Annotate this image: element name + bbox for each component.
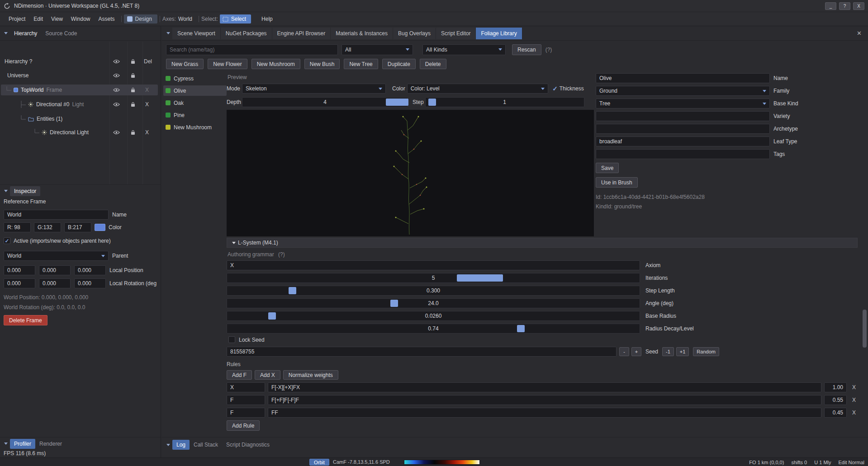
list-item-olive[interactable]: Olive: [163, 85, 227, 96]
menu-edit[interactable]: Edit: [29, 14, 47, 24]
list-item-pine[interactable]: Pine: [163, 110, 227, 120]
tab-materials-instances[interactable]: Materials & Instances: [331, 28, 393, 39]
rescan-button[interactable]: Rescan: [512, 44, 541, 55]
new-mushroom-button[interactable]: New Mushroom: [251, 59, 300, 69]
step-slider[interactable]: 1: [425, 97, 584, 107]
parent-dropdown[interactable]: World: [4, 251, 109, 261]
new-bush-button[interactable]: New Bush: [304, 59, 340, 69]
angle-slider-handle[interactable]: [390, 300, 398, 307]
select-tool-toggle[interactable]: Select: [220, 14, 251, 24]
rule-weight-field[interactable]: 1.00: [824, 382, 847, 392]
menu-help[interactable]: Help: [257, 14, 277, 24]
tab-foliage-library[interactable]: Foliage Library: [476, 28, 522, 39]
rule-symbol-field[interactable]: X: [227, 382, 265, 392]
tree-row-directional-light[interactable]: Directional Light X: [1, 127, 158, 138]
delete-frame-button[interactable]: Delete Frame: [4, 315, 47, 325]
tree-row-universe[interactable]: Universe: [1, 70, 158, 81]
vertical-scrollbar-thumb[interactable]: [863, 310, 867, 348]
panel-close-icon[interactable]: ✕: [857, 30, 862, 37]
family-filter-dropdown[interactable]: All: [342, 44, 413, 55]
axes-value-dropdown[interactable]: World: [176, 14, 196, 24]
menu-window[interactable]: Window: [67, 14, 95, 24]
window-close-button[interactable]: X: [853, 2, 864, 10]
axiom-field[interactable]: X: [227, 260, 640, 270]
angle-slider[interactable]: 24.0: [227, 298, 640, 308]
visibility-eye-icon[interactable]: [113, 73, 120, 78]
rule-remove-button[interactable]: X: [850, 410, 858, 416]
lsystem-header[interactable]: L-System (M4.1): [227, 238, 858, 248]
tab-source-code[interactable]: Source Code: [41, 28, 81, 38]
add-x-button[interactable]: Add X: [255, 370, 280, 380]
orbit-mode-button[interactable]: Orbit: [309, 459, 329, 466]
menu-assets[interactable]: Assets: [95, 14, 119, 24]
use-in-brush-button[interactable]: Use in Brush: [596, 177, 638, 188]
radius-decay-slider-handle[interactable]: [517, 325, 525, 332]
lock-icon[interactable]: [131, 130, 135, 135]
step-slider-handle[interactable]: [428, 99, 436, 106]
position-z-field[interactable]: 0.000: [74, 265, 106, 275]
leaf-type-field[interactable]: broadleaf: [596, 137, 770, 146]
duplicate-button[interactable]: Duplicate: [382, 59, 416, 69]
rule-expansion-field[interactable]: F[-X][+X]FX: [268, 382, 821, 392]
seed-minus-one-button[interactable]: -1: [662, 347, 674, 356]
kind-filter-dropdown[interactable]: All Kinds: [422, 44, 506, 55]
rotation-z-field[interactable]: 0.000: [74, 278, 106, 288]
depth-slider-handle[interactable]: [386, 99, 408, 106]
tab-script-diagnostics[interactable]: Script Diagnostics: [222, 440, 274, 450]
foliage-name-field[interactable]: Olive: [596, 73, 770, 83]
menu-project[interactable]: Project: [5, 14, 29, 24]
base-radius-slider-handle[interactable]: [268, 312, 276, 320]
add-rule-button[interactable]: Add Rule: [227, 420, 260, 431]
add-f-button[interactable]: Add F: [227, 370, 252, 380]
lock-icon[interactable]: [131, 87, 135, 93]
tree-row-directional-0[interactable]: Directional #0 Light X: [1, 99, 158, 110]
color-mode-dropdown[interactable]: Color: Level: [407, 84, 548, 94]
tree-row-topworld[interactable]: TopWorld Frame X: [1, 85, 158, 95]
rule-symbol-field[interactable]: F: [227, 408, 265, 418]
rule-remove-button[interactable]: X: [850, 384, 858, 391]
visibility-eye-icon[interactable]: [113, 130, 120, 135]
color-g-field[interactable]: G:132: [34, 222, 61, 232]
seed-plus-one-button[interactable]: +1: [676, 347, 689, 356]
collapse-arrow-icon[interactable]: [4, 32, 8, 34]
position-x-field[interactable]: 0.000: [4, 265, 35, 275]
save-button[interactable]: Save: [596, 163, 619, 173]
preview-canvas[interactable]: [227, 110, 594, 236]
seed-decrement-button[interactable]: -: [619, 347, 629, 356]
rule-symbol-field[interactable]: F: [227, 395, 265, 405]
active-checkbox[interactable]: ✓: [4, 237, 10, 244]
seed-random-button[interactable]: Random: [693, 347, 719, 356]
visibility-eye-icon[interactable]: [113, 88, 120, 92]
delete-row-button[interactable]: X: [145, 87, 149, 93]
variety-field[interactable]: [596, 111, 770, 121]
search-input[interactable]: [166, 44, 338, 55]
collapse-arrow-icon[interactable]: [4, 190, 8, 192]
visibility-eye-icon[interactable]: [113, 102, 120, 107]
new-tree-button[interactable]: New Tree: [344, 59, 378, 69]
delete-button[interactable]: Delete: [420, 59, 446, 69]
seed-increment-button[interactable]: +: [631, 347, 641, 356]
color-b-field[interactable]: B:217: [64, 222, 91, 232]
lock-icon[interactable]: [131, 59, 135, 64]
collapse-arrow-icon[interactable]: [4, 442, 8, 445]
rule-weight-field[interactable]: 0.55: [824, 395, 847, 405]
search-help[interactable]: (?): [545, 47, 552, 53]
tab-scene-viewport[interactable]: Scene Viewport: [172, 28, 221, 39]
new-grass-button[interactable]: New Grass: [166, 59, 204, 69]
tab-nuget-packages[interactable]: NuGet Packages: [221, 28, 272, 39]
visibility-eye-icon[interactable]: [113, 59, 120, 64]
delete-row-button[interactable]: X: [145, 129, 149, 136]
tree-row-entities[interactable]: Entities (1): [1, 113, 158, 124]
minimize-button[interactable]: _: [825, 2, 836, 10]
tags-field[interactable]: [596, 149, 770, 159]
position-y-field[interactable]: 0.000: [39, 265, 71, 275]
tab-call-stack[interactable]: Call Stack: [190, 440, 222, 450]
archetype-field[interactable]: [596, 124, 770, 134]
lock-icon[interactable]: [131, 102, 135, 107]
design-mode-toggle[interactable]: Design: [124, 14, 157, 24]
tab-log[interactable]: Log: [172, 440, 190, 450]
frame-name-field[interactable]: World: [4, 210, 109, 220]
mode-dropdown[interactable]: Skeleton: [242, 84, 386, 94]
iterations-slider[interactable]: 5: [227, 273, 640, 283]
base-radius-slider[interactable]: 0.0260: [227, 311, 640, 321]
